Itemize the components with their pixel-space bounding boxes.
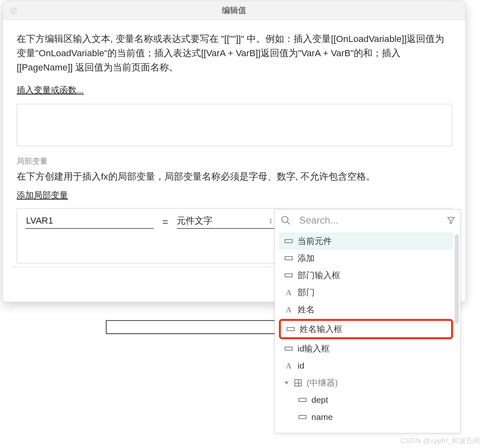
- dropdown-item[interactable]: dept: [279, 391, 453, 408]
- var-type-value: 元件文字: [177, 215, 267, 228]
- var-type-select[interactable]: 元件文字 ▲▼: [177, 215, 274, 229]
- field-icon: [285, 273, 293, 277]
- dropdown-item[interactable]: (中继器): [279, 374, 453, 391]
- search-icon: [280, 215, 291, 226]
- add-local-var-link[interactable]: 添加局部变量: [17, 189, 68, 201]
- grid-icon: [294, 379, 302, 387]
- dropdown-item-label: name: [311, 412, 333, 422]
- local-vars-label: 局部变量: [17, 156, 451, 167]
- field-icon: [285, 256, 293, 260]
- dropdown-item[interactable]: Aid: [279, 357, 453, 374]
- dropdown-item-label: 当前元件: [298, 235, 332, 247]
- field-icon: [285, 347, 293, 351]
- dropdown-item-label: id: [298, 361, 304, 371]
- local-vars-desc: 在下方创建用于插入fx的局部变量，局部变量名称必须是字母、数字, 不允许包含空格…: [17, 170, 451, 184]
- dropdown-item-label: 姓名输入框: [300, 323, 342, 335]
- var-name-input[interactable]: [25, 215, 154, 229]
- dropdown-search-row: [275, 210, 460, 231]
- target-dropdown: 当前元件添加部门输入框A部门A姓名姓名输入框id输入框Aid(中继器)deptn…: [274, 209, 461, 433]
- expression-textarea[interactable]: [17, 104, 452, 146]
- insert-variable-link[interactable]: 插入变量或函数...: [17, 84, 84, 96]
- titlebar: 编辑值: [3, 1, 465, 20]
- watermark: CSDN @xyphf_和派孔明: [401, 436, 480, 446]
- svg-line-1: [287, 222, 290, 224]
- dropdown-item-label: 部门: [298, 287, 315, 298]
- dropdown-item-label: 添加: [298, 253, 315, 264]
- filter-icon[interactable]: [447, 216, 456, 225]
- chevron-down-icon: [285, 382, 289, 384]
- dropdown-item[interactable]: 添加: [279, 250, 453, 267]
- text-icon: A: [285, 306, 293, 314]
- dropdown-item[interactable]: 部门输入框: [279, 267, 453, 284]
- description-text: 在下方编辑区输入文本, 变量名称或表达式要写在 "[[""]]" 中。例如：插入…: [17, 32, 451, 75]
- dropdown-item-label: 姓名: [298, 304, 315, 315]
- field-icon: [298, 398, 307, 402]
- dropdown-item-label: 部门输入框: [298, 270, 340, 281]
- dropdown-item[interactable]: A姓名: [279, 301, 453, 318]
- text-icon: A: [285, 362, 293, 370]
- dropdown-list: 当前元件添加部门输入框A部门A姓名姓名输入框id输入框Aid(中继器)deptn…: [279, 233, 453, 429]
- dialog-title: 编辑值: [3, 5, 465, 16]
- field-icon: [287, 327, 295, 331]
- field-icon: [298, 415, 307, 419]
- dropdown-item[interactable]: 当前元件: [279, 233, 453, 250]
- dropdown-item[interactable]: id输入框: [279, 340, 453, 357]
- dropdown-item-label: dept: [311, 395, 328, 405]
- scrollbar-track[interactable]: [455, 234, 459, 428]
- dropdown-search-input[interactable]: [299, 215, 447, 226]
- spinner-icon: ▲▼: [267, 217, 274, 226]
- scrollbar-thumb[interactable]: [455, 234, 459, 324]
- dropdown-item[interactable]: name: [279, 408, 453, 426]
- dropdown-item-label: id输入框: [298, 343, 330, 354]
- dropdown-item-label: (中继器): [307, 377, 338, 389]
- field-icon: [285, 239, 293, 243]
- svg-point-0: [282, 216, 288, 222]
- dropdown-item[interactable]: 姓名输入框: [279, 319, 453, 339]
- external-text-input[interactable]: [106, 320, 278, 334]
- dropdown-item[interactable]: A部门: [279, 284, 453, 301]
- text-icon: A: [285, 289, 293, 296]
- equals-sign: =: [161, 216, 169, 228]
